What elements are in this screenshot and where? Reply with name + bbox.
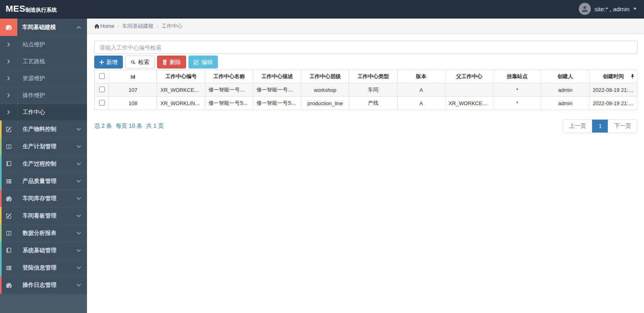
trash-icon	[162, 60, 167, 65]
chevron-right-icon	[0, 87, 18, 104]
pencil-square-icon	[0, 207, 18, 224]
sidebar-item-label: 工作中心	[18, 109, 87, 116]
chevron-down-icon	[77, 284, 81, 287]
tachometer-icon	[0, 277, 18, 294]
breadcrumb-current: 工作中心	[162, 23, 182, 30]
sidebar-group-production-material-control[interactable]: 生产物料控制	[0, 121, 87, 138]
group-color-strip	[0, 155, 2, 172]
sidebar-item-label: 操作维护	[18, 92, 87, 99]
chevron-down-icon	[77, 249, 81, 252]
column-header-name[interactable]: 工作中心名称	[205, 70, 253, 83]
group-color-strip	[0, 242, 2, 259]
pagination: 上一页 1 下一页	[563, 119, 638, 133]
chevron-down-icon	[77, 232, 81, 235]
group-color-strip	[0, 120, 2, 138]
group-color-strip	[0, 172, 2, 190]
breadcrumb-home-link[interactable]: Home	[94, 23, 114, 29]
add-button[interactable]: 新增	[94, 56, 123, 68]
column-header-creator[interactable]: 创建人	[541, 70, 589, 83]
sidebar-group-label: 车间看板管理	[18, 212, 77, 220]
sidebar-group-label: 数据分析报表	[18, 230, 77, 237]
sidebar-item-label: 工艺路线	[18, 58, 87, 65]
sidebar-group-operation-log-management[interactable]: 操作日志管理	[0, 277, 87, 294]
book-icon	[0, 242, 18, 259]
edit-button[interactable]: 编辑	[188, 56, 218, 68]
sidebar-group-label: 生产物料控制	[18, 126, 77, 133]
column-header-version[interactable]: 版本	[397, 70, 445, 83]
sidebar-item-operation-maintenance[interactable]: 操作维护	[0, 87, 87, 104]
work-center-table: id 工作中心编号 工作中心名称 工作中心描述 工作中心层级 工作中心类型 版本…	[94, 70, 638, 110]
sidebar-group-label: 登陆信息管理	[18, 264, 77, 272]
column-header-create-time[interactable]: 创建时间	[589, 70, 637, 83]
group-color-strip	[0, 224, 2, 242]
search-button[interactable]: 检索	[125, 56, 155, 68]
prev-page-button[interactable]: 上一页	[563, 120, 592, 133]
sidebar-group-system-basic-management[interactable]: 系统基础管理	[0, 242, 87, 259]
column-header-code[interactable]: 工作中心编号	[157, 70, 205, 83]
row-select-checkbox[interactable]	[99, 100, 105, 106]
work-center-search-input[interactable]	[94, 41, 638, 54]
pencil-square-icon	[0, 121, 18, 138]
delete-button[interactable]: 删除	[157, 56, 186, 68]
sidebar-item-station-maintenance[interactable]: 站点维护	[0, 36, 87, 53]
chevron-right-icon	[0, 36, 18, 53]
sidebar-group-label: 生产计划管理	[18, 143, 77, 150]
sidebar-item-label: 资源维护	[18, 75, 87, 82]
user-menu[interactable]: site:* , admin	[579, 3, 637, 15]
sidebar-group-label: 产品质量管理	[18, 178, 77, 185]
columns-icon	[0, 138, 18, 155]
chevron-down-icon	[77, 266, 81, 269]
chevron-down-icon	[77, 197, 81, 200]
select-all-checkbox[interactable]	[99, 73, 105, 79]
group-color-strip	[0, 259, 2, 276]
chevron-right-icon	[0, 53, 18, 70]
app-logo-subtitle: 制造执行系统	[25, 6, 57, 14]
current-page-button[interactable]: 1	[592, 120, 608, 133]
chevron-right-icon	[0, 70, 18, 87]
chevron-right-icon	[0, 104, 18, 120]
chevron-down-icon	[77, 162, 81, 166]
topbar: MES制造执行系统 site:* , admin	[0, 0, 644, 19]
group-color-strip	[0, 190, 2, 207]
column-header-parent[interactable]: 父工作中心	[445, 70, 493, 83]
sidebar-group-workshop-inventory-management[interactable]: 车间库存管理	[0, 190, 87, 207]
sidebar-group-workshop-kanban-management[interactable]: 车间看板管理	[0, 207, 87, 225]
sidebar-group-workshop-basic-modeling[interactable]: 车间基础建模	[0, 19, 87, 36]
breadcrumb-level1[interactable]: 车间基础建模	[122, 23, 153, 30]
caret-down-icon	[633, 8, 637, 10]
user-label: site:* , admin	[594, 6, 630, 12]
column-header-type[interactable]: 工作中心类型	[349, 70, 397, 83]
sidebar-item-process-route[interactable]: 工艺路线	[0, 53, 87, 70]
column-header-description[interactable]: 工作中心描述	[253, 70, 301, 83]
sidebar-item-work-center[interactable]: 工作中心	[0, 104, 87, 121]
table-row[interactable]: 107 XR_WORKCEN... 修一智能一号车间 修一智能一号车间 work…	[95, 83, 638, 97]
breadcrumb-separator: /	[118, 23, 119, 29]
tachometer-icon	[0, 19, 17, 36]
group-color-strip	[0, 207, 2, 224]
chevron-up-icon	[77, 26, 81, 29]
column-header-level[interactable]: 工作中心层级	[301, 70, 349, 83]
table-row[interactable]: 108 XR_WORKLINE... 修一智能一号S... 修一智能一号S...…	[95, 97, 638, 110]
chevron-down-icon	[77, 128, 81, 131]
sidebar-group-production-plan-management[interactable]: 生产计划管理	[0, 138, 87, 155]
app-logo-mes: MES	[6, 4, 25, 14]
breadcrumb: Home / 车间基础建模 / 工作中心	[87, 19, 644, 34]
app-logo[interactable]: MES制造执行系统	[6, 4, 57, 14]
row-select-checkbox[interactable]	[99, 87, 105, 92]
sidebar-group-product-quality-management[interactable]: 产品质量管理	[0, 173, 87, 190]
chevron-down-icon	[77, 145, 81, 148]
sidebar-group-data-analysis-report[interactable]: 数据分析报表	[0, 225, 87, 242]
pin-icon[interactable]	[631, 74, 634, 79]
plus-icon	[99, 60, 104, 64]
sidebar-group-production-process-control[interactable]: 生产过程控制	[0, 155, 87, 173]
sidebar-item-resource-maintenance[interactable]: 资源维护	[0, 70, 87, 87]
user-avatar	[579, 3, 591, 15]
column-header-id[interactable]: id	[109, 70, 157, 83]
search-icon	[130, 60, 136, 65]
column-header-station[interactable]: 挂靠站点	[493, 70, 541, 83]
next-page-button[interactable]: 下一页	[608, 120, 637, 133]
edit-icon	[194, 60, 199, 65]
sidebar-filler	[0, 294, 87, 313]
sidebar-group-label: 车间库存管理	[18, 195, 77, 202]
sidebar-group-login-info-management[interactable]: 登陆信息管理	[0, 259, 87, 277]
